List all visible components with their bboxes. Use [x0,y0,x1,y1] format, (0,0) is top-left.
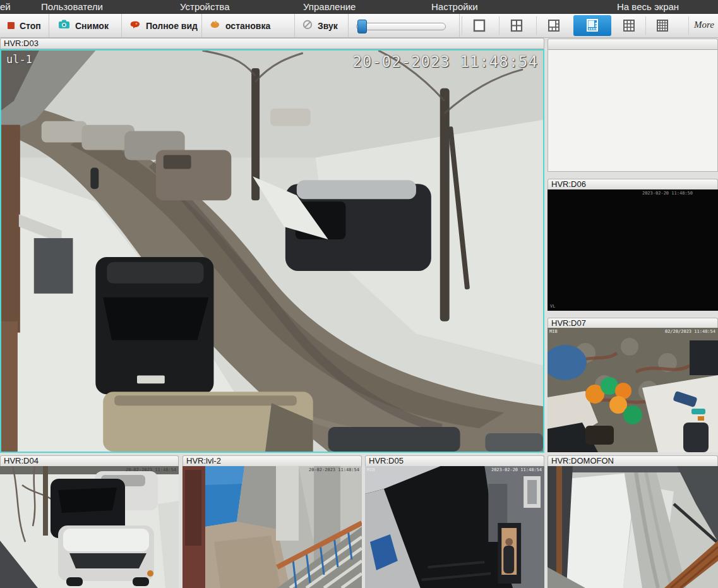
toolbar: Стоп Снимок Полное вид [0,14,718,38]
camera-label-text: HVR:D06 [551,179,586,189]
divider [536,16,537,35]
horn-icon [129,20,141,32]
snapshot-button[interactable]: Снимок [49,14,122,37]
d07-room-scene [547,328,718,452]
camera-label-d06: HVR:D06 [547,179,718,190]
d05-corridor-scene [365,466,544,588]
sound-button-label: Звук [318,21,338,31]
camera-label-empty [547,39,718,50]
divider [499,16,500,35]
camera-osd-timestamp: 2023-02-20 11:48:54 [491,467,542,472]
stop-icon [8,22,15,29]
camera-label-d04: HVR:D04 [0,455,179,467]
camera-video-d04[interactable]: 20-02-2023 11:48:54 [0,466,179,588]
camera-label-d05: HVR:D05 [365,455,544,467]
camera-video-d05[interactable]: 2023-02-20 11:48:54 MIB [365,466,544,588]
volume-slider-groove[interactable] [356,23,446,30]
sound-button[interactable]: Звук [295,14,349,37]
car-bottom [328,427,460,452]
menu-item-users[interactable]: Пользователи [41,0,103,14]
camera-cell-empty[interactable] [547,39,718,172]
camera-osd-timestamp: 02/20/2023 11:48:54 [665,329,715,334]
menu-item-devices[interactable]: Устройства [180,0,229,14]
camera-label-lvl2: HVR:lvl-2 [182,455,362,467]
camera-label-text: HVR:D05 [369,456,404,465]
volume-slider-handle[interactable] [357,20,367,33]
doorway-with-person [498,523,521,584]
camera-cell-d07[interactable]: HVR:D07 [547,318,718,452]
camera-osd-tag: MIB [549,329,558,334]
more-button[interactable]: More [694,20,714,30]
halt-button[interactable]: остановка [202,14,295,37]
dumpster [34,238,73,294]
camera-osd-name: ul-1 [6,53,32,66]
pedestrian [90,167,99,189]
hand-icon [210,20,220,32]
camera-video-d07[interactable]: 02/20/2023 11:48:54 MIB [547,328,718,452]
camera-osd-timestamp: 2023-02-20 11:48:50 [642,191,693,196]
layout-16-views-button[interactable] [648,15,677,36]
camera-cell-lvl2[interactable]: HVR:lvl-2 [182,455,362,588]
camera-label-text: HVR:lvl-2 [186,456,221,465]
mute-icon [302,20,313,32]
camera-label-text: HVR:D07 [551,318,586,328]
stop-button-label: Стоп [20,21,41,31]
menu-item-settings[interactable]: Настройки [431,0,478,14]
halt-button-label: остановка [225,21,270,31]
divider [462,16,462,35]
camera-icon [58,20,70,32]
dark-suv-center [95,257,213,394]
beige-suv [103,392,313,452]
full-view-button[interactable]: Полное вид [122,14,202,37]
full-view-button-label: Полное вид [146,21,198,31]
camera-cell-d06[interactable]: HVR:D06 2023-02-20 11:48:50 VL [547,179,718,311]
camera-osd-tag: VL [550,304,555,309]
camera-video-domofon[interactable] [547,466,718,588]
monitor [690,340,718,375]
camera-label-text: HVR:D03 [4,39,39,48]
divider [688,16,689,35]
empty-video-slot[interactable] [547,50,718,172]
white-hatchback [58,525,154,586]
menu-bar: ей Пользователи Устройства Управление На… [0,0,718,14]
cctv-client-window: ей Пользователи Устройства Управление На… [0,0,718,588]
camera-video-d06[interactable]: 2023-02-20 11:48:50 VL [547,189,718,311]
office-chair [683,423,709,452]
camera-video-d03[interactable]: ul-1 20-02-2023 11:48:54 [0,49,544,453]
menu-item-fullscreen[interactable]: На весь экран [617,0,679,14]
divider [645,16,646,35]
layout-4-views-button[interactable] [502,15,531,36]
camera-osd-tag: MIB [367,467,375,472]
layout-6-views-button[interactable] [539,15,568,36]
camera-cell-d03[interactable]: HVR:D03 [0,38,544,453]
snapshot-button-label: Снимок [75,21,109,31]
camera-osd-timestamp: 20-02-2023 11:48:54 [309,467,359,472]
camera-osd-timestamp: 20-02-2023 11:48:54 [352,53,538,71]
camera-label-text: HVR:DOMOFON [551,456,614,465]
menu-item-control[interactable]: Управление [303,0,356,14]
layout-1-view-button[interactable] [465,15,494,36]
layout-8-views-button[interactable] [573,15,611,36]
camera-cell-d04[interactable]: HVR:D04 [0,455,179,588]
camera-cell-domofon[interactable]: HVR:DOMOFON [547,455,718,588]
d03-street-scene [1,51,543,452]
camera-osd-timestamp: 20-02-2023 11:48:54 [126,467,176,472]
stop-button[interactable]: Стоп [0,14,49,37]
camera-label-d03: HVR:D03 [0,38,544,49]
brown-van [156,150,231,201]
volume-slider[interactable] [349,14,460,37]
d04-yard-scene [0,466,179,588]
camera-video-lvl2[interactable]: 20-02-2023 11:48:54 [182,466,362,588]
camera-label-text: HVR:D04 [4,456,39,465]
camera-label-domofon: HVR:DOMOFON [547,455,718,467]
domofon-entrance-scene [547,466,718,588]
camera-cell-d05[interactable]: HVR:D05 [365,455,544,588]
brown-pipe [556,466,562,588]
lvl2-stairwell-scene [182,466,362,588]
menu-item-cropped[interactable]: ей [0,0,11,14]
layout-9-views-button[interactable] [614,15,643,36]
